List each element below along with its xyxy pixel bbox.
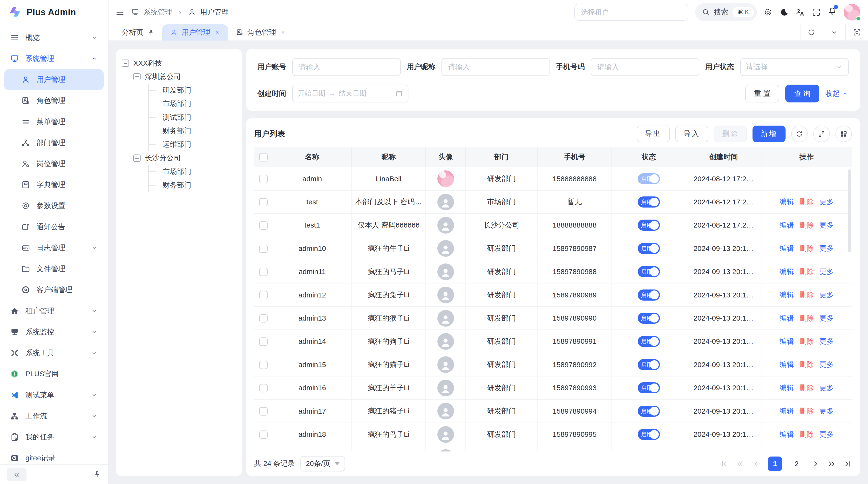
- add-button[interactable]: 新增: [752, 126, 785, 142]
- more-link[interactable]: 更多: [819, 430, 834, 438]
- row-checkbox[interactable]: [259, 198, 268, 206]
- sidebar-item-概览[interactable]: 概览: [4, 27, 103, 48]
- more-link[interactable]: 更多: [819, 244, 834, 252]
- delete-link[interactable]: 删除: [800, 244, 814, 252]
- edit-link[interactable]: 编辑: [779, 314, 794, 322]
- sidebar-item-我的任务[interactable]: 我的任务: [4, 427, 103, 448]
- tree-node-市场部门[interactable]: 市场部门: [149, 97, 236, 110]
- tree-expander-icon[interactable]: [122, 60, 129, 67]
- row-checkbox[interactable]: [259, 291, 268, 299]
- sidebar-item-部门管理[interactable]: 部门管理: [4, 132, 103, 153]
- edit-link[interactable]: 编辑: [779, 267, 794, 276]
- tree-node-XXX科技[interactable]: XXX科技: [122, 56, 236, 70]
- sidebar-item-用户管理[interactable]: 用户管理: [4, 69, 103, 90]
- tree-expander-icon[interactable]: [133, 73, 141, 80]
- more-link[interactable]: 更多: [819, 384, 834, 392]
- edit-link[interactable]: 编辑: [779, 244, 794, 252]
- row-checkbox[interactable]: [259, 407, 268, 415]
- tab-分析页[interactable]: 分析页: [114, 24, 162, 40]
- tree-node-长沙分公司[interactable]: 长沙分公司: [133, 151, 236, 165]
- close-icon[interactable]: [214, 29, 220, 35]
- menu-toggle-icon[interactable]: [115, 7, 125, 17]
- row-checkbox[interactable]: [259, 175, 268, 183]
- delete-link[interactable]: 删除: [800, 384, 814, 392]
- delete-link[interactable]: 删除: [800, 221, 814, 229]
- refresh-tab-button[interactable]: [800, 24, 823, 40]
- delete-link[interactable]: 删除: [800, 198, 814, 205]
- row-checkbox[interactable]: [259, 221, 268, 229]
- page-size-select[interactable]: 20条/页: [301, 456, 345, 472]
- date-range-picker[interactable]: 开始日期 → 结束日期: [292, 85, 408, 102]
- status-toggle[interactable]: 启用: [638, 382, 660, 393]
- status-toggle[interactable]: 启用: [638, 429, 660, 440]
- more-link[interactable]: 更多: [819, 314, 834, 322]
- status-toggle[interactable]: 启用: [638, 313, 660, 324]
- next-page-button[interactable]: [811, 459, 820, 468]
- edit-link[interactable]: 编辑: [779, 198, 794, 205]
- delete-link[interactable]: 删除: [800, 291, 814, 299]
- language-icon[interactable]: [796, 7, 805, 17]
- export-button[interactable]: 导出: [637, 126, 670, 142]
- last-page-button[interactable]: [843, 459, 852, 468]
- edit-link[interactable]: 编辑: [779, 221, 794, 229]
- settings-icon[interactable]: [763, 7, 773, 17]
- reset-button[interactable]: 重 置: [745, 85, 779, 102]
- dark-mode-icon[interactable]: [779, 7, 789, 17]
- delete-link[interactable]: 删除: [800, 360, 814, 368]
- sidebar-item-文件管理[interactable]: 文件管理: [4, 258, 103, 279]
- sidebar-item-岗位管理[interactable]: 岗位管理: [4, 153, 103, 174]
- sidebar-item-PLUS官网[interactable]: PLUS官网: [4, 363, 103, 384]
- status-toggle[interactable]: 启用: [638, 220, 660, 231]
- page-button-2[interactable]: 2: [789, 456, 804, 471]
- sidebar-item-参数设置[interactable]: 参数设置: [4, 195, 103, 216]
- more-link[interactable]: 更多: [819, 198, 834, 205]
- sidebar-item-系统监控[interactable]: 系统监控: [4, 322, 103, 343]
- sidebar-item-系统工具[interactable]: 系统工具: [4, 343, 103, 363]
- tree-node-测试部门[interactable]: 测试部门: [149, 110, 236, 124]
- next-chunk-button[interactable]: [827, 459, 836, 468]
- import-button[interactable]: 导入: [675, 126, 708, 142]
- more-link[interactable]: 更多: [819, 337, 834, 345]
- sidebar-item-字典管理[interactable]: 字典管理: [4, 174, 103, 195]
- tree-node-财务部门[interactable]: 财务部门: [149, 124, 236, 138]
- edit-link[interactable]: 编辑: [779, 337, 794, 345]
- edit-link[interactable]: 编辑: [779, 291, 794, 299]
- row-checkbox[interactable]: [259, 337, 268, 346]
- delete-link[interactable]: 删除: [800, 407, 814, 415]
- sidebar-item-工作流[interactable]: 工作流: [4, 406, 103, 427]
- status-toggle[interactable]: 启用: [638, 266, 660, 277]
- tree-node-深圳总公司[interactable]: 深圳总公司: [133, 70, 236, 84]
- sidebar-pin-icon[interactable]: [93, 470, 101, 479]
- fullscreen-icon[interactable]: [812, 7, 821, 17]
- status-toggle[interactable]: 启用: [638, 336, 660, 347]
- delete-link[interactable]: 删除: [800, 267, 814, 276]
- global-search[interactable]: 搜索 ⌘ K: [695, 3, 757, 21]
- sidebar-collapse-button[interactable]: [7, 467, 27, 481]
- tree-expander-icon[interactable]: [133, 155, 141, 162]
- sidebar-item-菜单管理[interactable]: 菜单管理: [4, 111, 103, 132]
- tree-node-财务部门[interactable]: 财务部门: [149, 179, 236, 192]
- status-select[interactable]: 请选择: [740, 58, 849, 76]
- more-link[interactable]: 更多: [819, 291, 834, 299]
- sidebar-item-系统管理[interactable]: 系统管理: [4, 48, 103, 69]
- edit-link[interactable]: 编辑: [779, 407, 794, 415]
- row-checkbox[interactable]: [259, 384, 268, 392]
- account-input[interactable]: [292, 58, 401, 76]
- row-checkbox[interactable]: [259, 314, 268, 323]
- delete-link[interactable]: 删除: [800, 314, 814, 322]
- edit-link[interactable]: 编辑: [779, 360, 794, 368]
- content-fullscreen-button[interactable]: [845, 24, 868, 40]
- delete-link[interactable]: 删除: [800, 337, 814, 345]
- tab-list-dropdown-button[interactable]: [823, 24, 845, 40]
- status-toggle[interactable]: 启用: [638, 243, 660, 254]
- nickname-input[interactable]: [441, 58, 550, 76]
- status-toggle[interactable]: 启用: [638, 406, 660, 417]
- more-link[interactable]: 更多: [819, 221, 834, 229]
- status-toggle[interactable]: 启用: [638, 289, 660, 300]
- sidebar-item-角色管理[interactable]: 角色管理: [4, 90, 103, 111]
- sidebar-item-租户管理[interactable]: 租户管理: [4, 300, 103, 322]
- edit-link[interactable]: 编辑: [779, 384, 794, 392]
- status-toggle[interactable]: 启用: [638, 359, 660, 370]
- breadcrumb-system[interactable]: 系统管理: [131, 7, 172, 17]
- collapse-filter-link[interactable]: 收起: [825, 89, 848, 99]
